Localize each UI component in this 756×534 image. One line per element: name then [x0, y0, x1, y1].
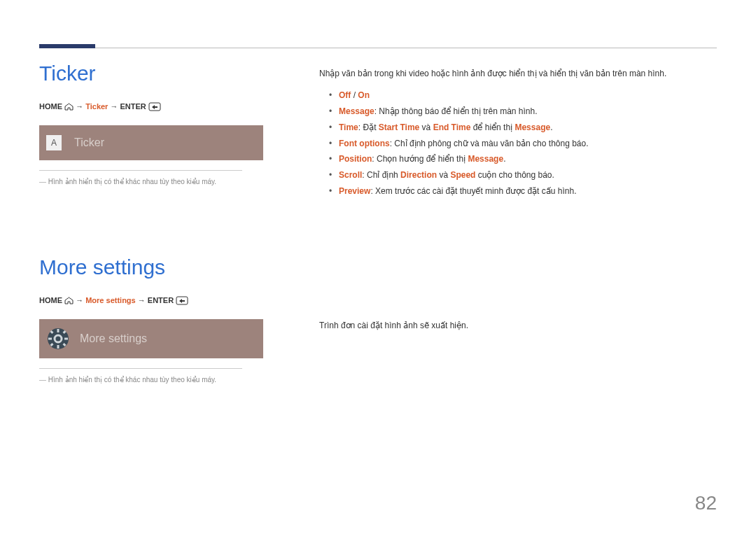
- message-label: Message: [339, 106, 374, 116]
- top-rule: [39, 48, 717, 48]
- scroll-speed: Speed: [450, 170, 475, 180]
- top-accent-bar: [39, 44, 95, 48]
- sep: /: [351, 90, 358, 100]
- breadcrumb-more: HOME → More settings → ENTER: [39, 296, 277, 307]
- svg-rect-4: [57, 329, 59, 332]
- font-label: Font options: [339, 139, 390, 148]
- bullet-font: Font options: Chỉ định phông chữ và màu …: [339, 136, 717, 152]
- bullet-message: Message: Nhập thông báo để hiển thị trên…: [339, 104, 717, 120]
- scroll-tail: cuộn cho thông báo.: [475, 170, 554, 180]
- heading-ticker: Ticker: [39, 62, 277, 85]
- svg-rect-7: [64, 338, 68, 340]
- bullet-position: Position: Chọn hướng để hiển thị Message…: [339, 151, 717, 167]
- svg-rect-5: [57, 345, 59, 349]
- position-label: Position: [339, 154, 372, 164]
- breadcrumb-arrow-1: →: [76, 296, 85, 304]
- tile-ticker: A Ticker: [39, 125, 263, 160]
- bullet-off-on: Off / On: [339, 87, 717, 104]
- scroll-pre: : Chỉ định: [362, 170, 400, 180]
- breadcrumb-home: HOME: [39, 102, 62, 111]
- breadcrumb-item: More settings: [85, 296, 136, 304]
- breadcrumb-enter: ENTER: [148, 296, 174, 304]
- section-more-left: More settings HOME → More settings → ENT…: [39, 255, 277, 384]
- breadcrumb-arrow-1: →: [76, 102, 85, 111]
- bullet-preview: Preview: Xem trước các cài đặt thuyết mi…: [339, 183, 717, 199]
- time-start: Start Time: [379, 122, 419, 132]
- note-more: Hình ảnh hiển thị có thể khác nhau tùy t…: [39, 376, 277, 384]
- time-end: End Time: [433, 122, 471, 132]
- scroll-mid: và: [437, 170, 450, 180]
- tile-label: More settings: [80, 332, 147, 345]
- on-label: On: [358, 90, 370, 100]
- time-msg: Message: [514, 122, 550, 132]
- message-text: : Nhập thông báo để hiển thị trên màn hì…: [374, 106, 538, 116]
- svg-rect-6: [48, 338, 52, 340]
- note-ticker: Hình ảnh hiển thị có thể khác nhau tùy t…: [39, 178, 277, 185]
- section-ticker-left: Ticker HOME → Ticker → ENTER A: [39, 62, 277, 185]
- position-tail: .: [503, 154, 505, 164]
- home-icon: [64, 103, 74, 112]
- right-column: Nhập văn bản trong khi video hoặc hình ả…: [319, 62, 717, 426]
- font-text: : Chỉ định phông chữ và màu văn bản cho …: [390, 139, 589, 148]
- ticker-bullets: Off / On Message: Nhập thông báo để hiển…: [319, 87, 717, 199]
- heading-more: More settings: [39, 255, 277, 279]
- enter-icon: [176, 296, 188, 307]
- divider: [39, 170, 242, 171]
- page: Ticker HOME → Ticker → ENTER A: [0, 0, 756, 534]
- breadcrumb-arrow-2: →: [138, 296, 148, 304]
- bullet-scroll: Scroll: Chỉ định Direction và Speed cuộn…: [339, 167, 717, 183]
- breadcrumb-home: HOME: [39, 296, 62, 304]
- time-post: để hiển thị: [470, 122, 514, 132]
- page-number: 82: [695, 492, 717, 514]
- left-column: Ticker HOME → Ticker → ENTER A: [39, 62, 277, 426]
- divider: [39, 368, 242, 369]
- breadcrumb-arrow-2: →: [110, 102, 120, 111]
- tile-badge: A: [46, 135, 62, 150]
- bullet-time: Time: Đặt Start Time và End Time để hiển…: [339, 120, 717, 136]
- gear-icon: [46, 327, 70, 351]
- breadcrumb-enter: ENTER: [120, 102, 146, 111]
- breadcrumb-item: Ticker: [85, 102, 108, 111]
- tile-label: Ticker: [74, 136, 104, 149]
- columns: Ticker HOME → Ticker → ENTER A: [39, 62, 717, 426]
- position-pre: : Chọn hướng để hiển thị: [372, 154, 468, 164]
- section-more-right: Trình đơn cài đặt hình ảnh sẽ xuất hiện.: [319, 319, 717, 332]
- enter-icon: [148, 102, 161, 113]
- time-tail: .: [550, 122, 552, 132]
- section-ticker-right: Nhập văn bản trong khi video hoặc hình ả…: [319, 67, 717, 277]
- preview-label: Preview: [339, 186, 370, 196]
- time-mid: và: [419, 122, 433, 132]
- scroll-dir: Direction: [400, 170, 437, 180]
- scroll-label: Scroll: [339, 170, 362, 180]
- time-pre: : Đặt: [358, 122, 379, 132]
- breadcrumb-ticker: HOME → Ticker → ENTER: [39, 102, 277, 113]
- off-label: Off: [339, 90, 351, 100]
- home-icon: [64, 297, 74, 306]
- preview-text: : Xem trước các cài đặt thuyết minh được…: [370, 186, 576, 196]
- more-lead: Trình đơn cài đặt hình ảnh sẽ xuất hiện.: [319, 319, 717, 332]
- time-label: Time: [339, 122, 358, 132]
- svg-point-3: [55, 335, 62, 342]
- tile-more: More settings: [39, 319, 263, 358]
- position-msg: Message: [468, 154, 503, 164]
- ticker-lead: Nhập văn bản trong khi video hoặc hình ả…: [319, 67, 717, 80]
